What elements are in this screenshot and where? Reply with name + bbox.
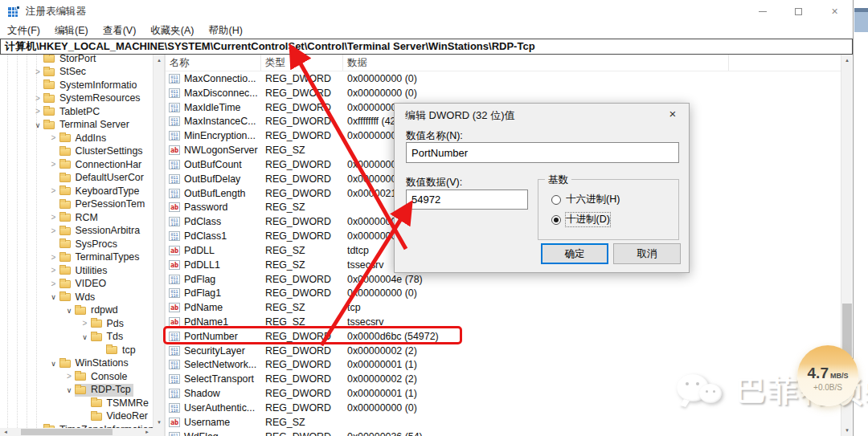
tree-item-sessionarbitra[interactable]: >SessionArbitra	[0, 225, 153, 238]
list-header: 名称类型数据	[166, 55, 841, 71]
chevron-right-icon[interactable]: >	[49, 251, 59, 265]
menu-item-文件F[interactable]: 文件(F)	[0, 24, 47, 38]
chevron-right-icon[interactable]: >	[49, 132, 59, 145]
tree-item-terminaltypes[interactable]: >TerminalTypes	[0, 251, 153, 265]
tree-item-label: Wds	[75, 291, 98, 304]
tree-item-wds[interactable]: ∨Wds	[0, 291, 153, 304]
chevron-right-icon[interactable]: >	[49, 158, 59, 172]
chevron-right-icon[interactable]: >	[80, 317, 90, 331]
menu-item-收藏夹A[interactable]: 收藏夹(A)	[143, 24, 201, 38]
chevron-down-icon[interactable]: ∨	[33, 119, 43, 132]
tree-item-terminal server[interactable]: ∨Terminal Server	[0, 119, 153, 132]
value-row-pdflag1[interactable]: 011110PdFlag1REG_DWORD0x00000000 (0)	[166, 286, 841, 300]
menu-item-帮助H[interactable]: 帮助(H)	[201, 24, 249, 38]
tree-item-tcp[interactable]: tcp	[0, 344, 153, 357]
tree-item-connectionhar[interactable]: >ConnectionHar	[0, 158, 153, 172]
chevron-down-icon[interactable]: ∨	[64, 304, 74, 318]
chevron-right-icon[interactable]: >	[64, 370, 74, 384]
tree-item-stsec[interactable]: >StSec	[0, 66, 153, 79]
value-name-cell: 011110PdFlag1	[169, 287, 264, 299]
address-bar[interactable]: 计算机\HKEY_LOCAL_MACHINE\SYSTEM\CurrentCon…	[0, 39, 853, 55]
tree-vertical-scrollbar[interactable]: ▴ ▾	[153, 55, 164, 428]
reg-dword-icon: 011110	[169, 217, 180, 226]
value-type-text: REG_DWORD	[265, 431, 346, 436]
scroll-left-icon[interactable]: ◂	[0, 426, 11, 436]
tree-item-rcm[interactable]: >RCM	[0, 211, 153, 225]
scroll-down-icon[interactable]: ▾	[154, 417, 165, 428]
network-speed-ball[interactable]: 4.7 MB/S +0.0B/S	[797, 345, 858, 406]
tree-item-rdp-tcp[interactable]: ∨RDP-Tcp	[0, 384, 153, 397]
base-group-label: 基数	[545, 173, 571, 187]
tree-node: RCM	[59, 211, 100, 225]
tree-item-systeminformatio[interactable]: SystemInformatio	[0, 79, 153, 92]
value-name-field[interactable]: PortNumber	[406, 142, 679, 163]
tree-item-videorer[interactable]: VideoRer	[0, 410, 153, 424]
value-row-maxdisconnec[interactable]: 011110MaxDisconnec...REG_DWORD0x00000000…	[166, 86, 841, 100]
value-row-pdflag[interactable]: 011110PdFlagREG_DWORD0x0000004e (78)	[166, 272, 841, 287]
ok-button[interactable]: 确定	[541, 243, 608, 264]
tree-horizontal-scrollbar[interactable]: ◂ ▸	[0, 428, 153, 436]
cancel-button[interactable]: 取消	[613, 243, 681, 264]
reg-dword-icon: 011110	[169, 131, 180, 141]
scroll-right-icon[interactable]: ▸	[141, 426, 153, 436]
titlebar: 注册表编辑器 ×	[0, 0, 853, 22]
value-row-pdname[interactable]: abPdNameREG_SZtcp	[166, 300, 841, 315]
tree-item-addins[interactable]: >AddIns	[0, 132, 153, 145]
minimize-button[interactable]	[744, 0, 780, 22]
tree-item-winstations[interactable]: ∨WinStations	[0, 357, 153, 371]
chevron-right-icon[interactable]: >	[49, 211, 59, 225]
scroll-up-icon[interactable]: ▴	[154, 55, 165, 66]
radio-selected-icon[interactable]	[551, 215, 561, 225]
folder-icon	[59, 254, 71, 262]
radio-icon[interactable]	[551, 195, 561, 205]
value-row-securitylayer[interactable]: 011110SecurityLayerREG_DWORD0x00000002 (…	[166, 344, 841, 358]
tree-item-systemresources[interactable]: >SystemResources	[0, 92, 153, 106]
column-header-1[interactable]: 类型	[261, 55, 343, 71]
tree-item-clustersettings[interactable]: ClusterSettings	[0, 145, 153, 159]
value-type-text: REG_DWORD	[265, 188, 346, 199]
menu-item-查看V[interactable]: 查看(V)	[96, 24, 144, 38]
value-row-maxconnectio[interactable]: 011110MaxConnectio...REG_DWORD0x00000000…	[166, 71, 841, 86]
dialog-title: 编辑 DWORD (32 位)值	[395, 108, 515, 123]
tree-item-video[interactable]: >VIDEO	[0, 278, 153, 291]
value-name-text: Username	[184, 417, 230, 428]
chevron-right-icon[interactable]: >	[33, 66, 43, 79]
scroll-down-icon[interactable]: ▾	[841, 425, 853, 436]
value-data-field[interactable]: 54972	[406, 189, 528, 210]
chevron-right-icon[interactable]: >	[49, 264, 59, 278]
menu-item-编辑E[interactable]: 编辑(E)	[47, 24, 96, 38]
chevron-right-icon[interactable]: >	[33, 105, 43, 119]
tree-item-storport[interactable]: StorPort	[0, 55, 153, 66]
scrollbar-thumb[interactable]	[21, 429, 113, 435]
tree-item-rdpwd[interactable]: ∨rdpwd	[0, 304, 153, 318]
column-header-2[interactable]: 数据	[343, 55, 729, 71]
chevron-right-icon[interactable]: >	[33, 92, 43, 106]
value-row-wdflag[interactable]: 011110WdFlagREG_DWORD0x00000036 (54)	[166, 430, 841, 436]
close-button[interactable]: ×	[817, 0, 853, 22]
base-option-hex[interactable]: 十六进制(H)	[551, 193, 620, 206]
chevron-down-icon[interactable]: ∨	[49, 357, 59, 371]
tree-item-sysprocs[interactable]: SysProcs	[0, 238, 153, 251]
tree-item-console[interactable]: >Console	[0, 370, 153, 384]
maximize-button[interactable]	[780, 0, 817, 22]
column-header-0[interactable]: 名称	[166, 55, 261, 71]
chevron-down-icon[interactable]: ∨	[80, 331, 90, 344]
scroll-up-icon[interactable]: ▴	[841, 55, 853, 66]
chevron-right-icon[interactable]: >	[49, 225, 59, 238]
chevron-down-icon[interactable]: ∨	[49, 291, 59, 304]
tree-item-defaultusercor[interactable]: DefaultUserCor	[0, 172, 153, 185]
chevron-down-icon[interactable]: ∨	[64, 384, 74, 397]
value-row-username[interactable]: abUsernameREG_SZ	[166, 415, 841, 430]
tree-item-keyboardtype[interactable]: >KeyboardType	[0, 185, 153, 198]
chevron-right-icon[interactable]: >	[49, 278, 59, 291]
chevron-right-icon[interactable]: >	[49, 185, 59, 198]
tree-node: TSMMRe	[91, 397, 151, 410]
tree-item-tsmmre[interactable]: TSMMRe	[0, 397, 153, 410]
tree-item-tds[interactable]: ∨Tds	[0, 331, 153, 344]
tree-item-pds[interactable]: >Pds	[0, 317, 153, 331]
dialog-close-icon[interactable]: ×	[657, 104, 689, 126]
tree-item-persessiontem[interactable]: PerSessionTem	[0, 198, 153, 212]
tree-item-utilities[interactable]: >Utilities	[0, 264, 153, 278]
tree-item-tabletpc[interactable]: >TabletPC	[0, 105, 153, 119]
base-option-dec[interactable]: 十进制(D)	[551, 213, 610, 226]
